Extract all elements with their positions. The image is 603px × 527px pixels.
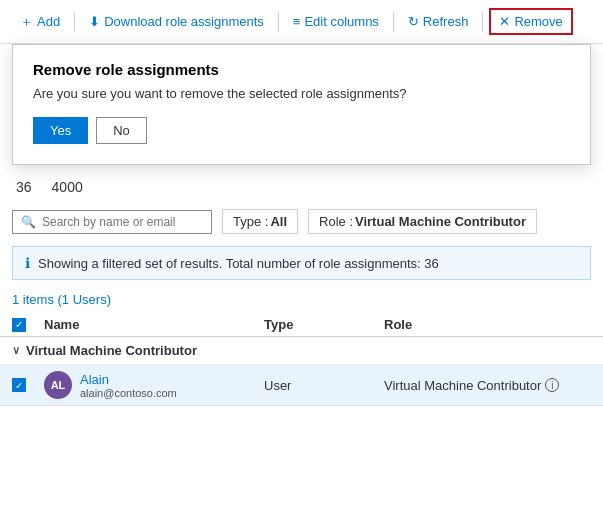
- type-filter[interactable]: Type : All: [222, 209, 298, 234]
- type-label: Type :: [233, 214, 268, 229]
- download-button[interactable]: ⬇ Download role assignments: [81, 10, 272, 33]
- remove-button[interactable]: ✕ Remove: [489, 8, 572, 35]
- info-icon: ℹ: [25, 255, 30, 271]
- info-message: Showing a filtered set of results. Total…: [38, 256, 439, 271]
- download-icon: ⬇: [89, 14, 100, 29]
- divider-2: [278, 12, 279, 32]
- download-label: Download role assignments: [104, 14, 264, 29]
- row-checkbox-cell: ✓: [12, 378, 44, 392]
- table-header: ✓ Name Type Role: [0, 313, 603, 337]
- plus-icon: ＋: [20, 13, 33, 31]
- col-name-header: Name: [44, 317, 264, 332]
- refresh-icon: ↻: [408, 14, 419, 29]
- yes-button[interactable]: Yes: [33, 117, 88, 144]
- x-icon: ✕: [499, 14, 510, 29]
- no-button[interactable]: No: [96, 117, 147, 144]
- col-type-header: Type: [264, 317, 384, 332]
- table-row: ✓ AL Alain alain@contoso.com User Virtua…: [0, 365, 603, 406]
- type-value: All: [270, 214, 287, 229]
- refresh-label: Refresh: [423, 14, 469, 29]
- role-text: Virtual Machine Contributor: [384, 378, 541, 393]
- user-texts: Alain alain@contoso.com: [80, 372, 177, 399]
- divider-4: [482, 12, 483, 32]
- confirm-dialog: Remove role assignments Are you sure you…: [12, 44, 591, 165]
- user-info-cell: AL Alain alain@contoso.com: [44, 371, 264, 399]
- remove-label: Remove: [514, 14, 562, 29]
- user-name: Alain: [80, 372, 177, 387]
- dialog-message: Are you sure you want to remove the sele…: [33, 86, 570, 101]
- row-checkbox[interactable]: ✓: [12, 378, 26, 392]
- columns-icon: ≡: [293, 14, 301, 29]
- divider-3: [393, 12, 394, 32]
- role-info-icon[interactable]: i: [545, 378, 559, 392]
- search-input[interactable]: [42, 215, 203, 229]
- chevron-down-icon: ∨: [12, 344, 20, 357]
- avatar: AL: [44, 371, 72, 399]
- edit-columns-label: Edit columns: [304, 14, 378, 29]
- stats-limit: 4000: [52, 179, 83, 195]
- edit-columns-button[interactable]: ≡ Edit columns: [285, 10, 387, 33]
- toolbar: ＋ Add ⬇ Download role assignments ≡ Edit…: [0, 0, 603, 44]
- search-icon: 🔍: [21, 215, 36, 229]
- group-name: Virtual Machine Contributor: [26, 343, 197, 358]
- refresh-button[interactable]: ↻ Refresh: [400, 10, 477, 33]
- filter-row: 🔍 Type : All Role : Virtual Machine Cont…: [0, 203, 603, 240]
- user-type-cell: User: [264, 378, 384, 393]
- col-role-header: Role: [384, 317, 591, 332]
- add-button[interactable]: ＋ Add: [12, 9, 68, 35]
- items-count: 1 items (1 Users): [0, 286, 603, 313]
- header-checkbox-cell: ✓: [12, 318, 44, 332]
- dialog-buttons: Yes No: [33, 117, 570, 144]
- stats-row: 36 4000: [0, 175, 603, 203]
- group-row: ∨ Virtual Machine Contributor: [0, 337, 603, 365]
- dialog-title: Remove role assignments: [33, 61, 570, 78]
- select-all-checkbox[interactable]: ✓: [12, 318, 26, 332]
- role-filter[interactable]: Role : Virtual Machine Contributor: [308, 209, 537, 234]
- role-value: Virtual Machine Contributor: [355, 214, 526, 229]
- user-role-cell: Virtual Machine Contributor i: [384, 378, 591, 393]
- add-label: Add: [37, 14, 60, 29]
- search-box[interactable]: 🔍: [12, 210, 212, 234]
- divider-1: [74, 12, 75, 32]
- stats-count: 36: [16, 179, 32, 195]
- role-label: Role :: [319, 214, 353, 229]
- info-bar: ℹ Showing a filtered set of results. Tot…: [12, 246, 591, 280]
- user-email: alain@contoso.com: [80, 387, 177, 399]
